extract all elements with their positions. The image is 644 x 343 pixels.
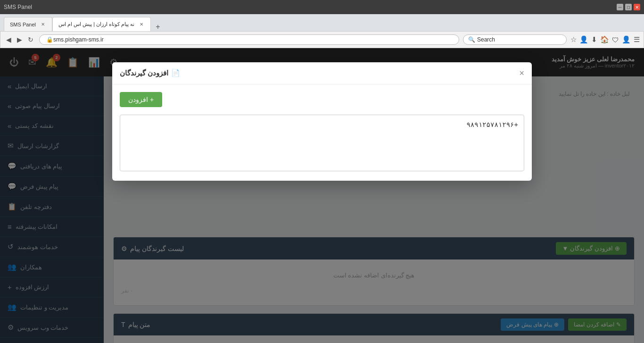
add-recipients-modal: × 📄 افزودن گیرندگان + افزودن bbox=[112, 62, 532, 181]
tab-bar: SMS Panel ✕ نه پیام کوتاه ارزان | پیش اس… bbox=[0, 14, 644, 31]
menu-icon[interactable]: ☰ bbox=[634, 35, 640, 44]
url-text: sms.pishgam-sms.ir bbox=[53, 36, 104, 43]
search-box[interactable]: 🔍 Search bbox=[463, 34, 567, 45]
modal-close-button[interactable]: × bbox=[519, 69, 524, 77]
address-bar: ◀ ▶ ↻ 🔒 sms.pishgam-sms.ir 🔍 Search ☆ 👤 … bbox=[0, 31, 644, 48]
refresh-button[interactable]: ↻ bbox=[26, 35, 35, 44]
window-controls: ─ □ ✕ bbox=[617, 4, 640, 10]
tab-pishgam[interactable]: نه پیام کوتاه ارزان | پیش اس ام اس ✕ bbox=[52, 17, 151, 31]
account-icon[interactable]: 👤 bbox=[622, 35, 631, 44]
tab-close-icon[interactable]: ✕ bbox=[40, 21, 46, 28]
tab-sms-panel[interactable]: SMS Panel ✕ bbox=[4, 17, 52, 31]
modal-title: 📄 افزودن گیرندگان bbox=[120, 69, 180, 77]
modal-title-icon: 📄 bbox=[171, 69, 180, 77]
url-box[interactable]: 🔒 sms.pishgam-sms.ir bbox=[39, 34, 459, 45]
home-icon[interactable]: 🏠 bbox=[600, 35, 609, 44]
search-text: Search bbox=[477, 36, 495, 43]
modal-textarea[interactable] bbox=[120, 115, 524, 171]
modal-header: × 📄 افزودن گیرندگان bbox=[112, 62, 532, 84]
forward-button[interactable]: ▶ bbox=[15, 35, 24, 44]
nav-buttons: ◀ ▶ ↻ bbox=[4, 35, 35, 44]
title-bar-text: SMS Panel bbox=[4, 4, 32, 10]
modal-overlay: × 📄 افزودن گیرندگان + افزودن bbox=[0, 48, 644, 343]
profile-icon[interactable]: 👤 bbox=[579, 35, 588, 44]
tab-label: نه پیام کوتاه ارزان | پیش اس ام اس bbox=[58, 21, 134, 27]
shield-icon[interactable]: 🛡 bbox=[612, 36, 619, 44]
modal-title-text: افزودن گیرندگان bbox=[120, 69, 168, 77]
back-button[interactable]: ◀ bbox=[4, 35, 13, 44]
search-icon: 🔍 bbox=[468, 36, 475, 43]
lock-icon: 🔒 bbox=[46, 36, 53, 43]
tab-close-icon[interactable]: ✕ bbox=[138, 21, 145, 28]
download-icon[interactable]: ⬇ bbox=[591, 35, 597, 44]
maximize-button[interactable]: □ bbox=[625, 4, 632, 10]
close-button[interactable]: ✕ bbox=[634, 4, 640, 10]
modal-body: + افزودن bbox=[112, 84, 532, 181]
minimize-button[interactable]: ─ bbox=[617, 4, 623, 10]
title-bar-left: SMS Panel bbox=[4, 4, 32, 10]
tab-label: SMS Panel bbox=[10, 22, 36, 27]
title-bar: SMS Panel ─ □ ✕ bbox=[0, 0, 644, 14]
star-icon[interactable]: ☆ bbox=[570, 35, 577, 44]
tab-add-button[interactable]: + bbox=[153, 23, 163, 31]
toolbar-icons: ☆ 👤 ⬇ 🏠 🛡 👤 ☰ bbox=[570, 35, 640, 44]
modal-add-button[interactable]: + افزودن bbox=[120, 92, 162, 107]
